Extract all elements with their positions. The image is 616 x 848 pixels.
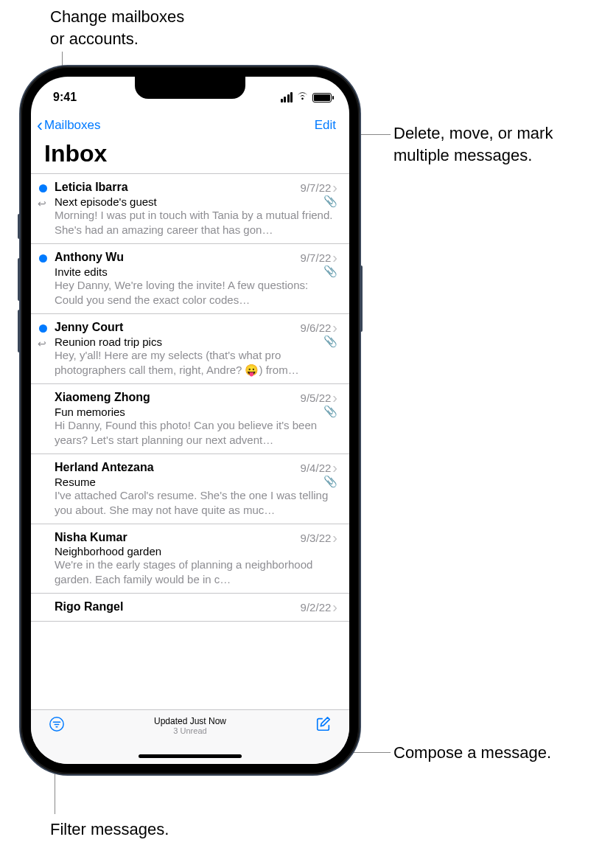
toolbar: Updated Just Now 3 Unread (31, 709, 349, 764)
mail-row[interactable]: Xiaomeng Zhong9/5/22 ›Fun memories📎Hi Da… (31, 384, 349, 454)
mail-row[interactable]: Herland Antezana9/4/22 ›Resume📎I've atta… (31, 454, 349, 524)
paperclip-icon: 📎 (323, 265, 337, 278)
unread-dot-icon (39, 184, 47, 192)
nav-bar: ‹ Mailboxes Edit (31, 111, 349, 137)
sender-label: Anthony Wu (55, 251, 124, 264)
date-label: 9/3/22 › (301, 530, 337, 545)
notch (135, 77, 245, 99)
unread-dot-icon (39, 254, 47, 263)
filter-button[interactable] (49, 716, 65, 735)
updated-label: Updated Just Now (65, 716, 315, 726)
mail-row[interactable]: Nisha Kumar9/3/22 ›Neighborhood gardenWe… (31, 524, 349, 594)
mail-row[interactable]: ↩Jenny Court9/6/22 ›Reunion road trip pi… (31, 314, 349, 384)
mail-row[interactable]: Rigo Rangel9/2/22 › (31, 594, 349, 622)
paperclip-icon: 📎 (323, 335, 337, 348)
date-label: 9/2/22 › (301, 599, 337, 614)
sender-label: Herland Antezana (55, 461, 154, 474)
phone-frame: 9:41 ‹ Mailboxes Edit Inbox ↩Leticia Iba… (21, 66, 360, 774)
battery-icon (312, 93, 332, 102)
date-label: 9/6/22 › (301, 320, 337, 335)
subject-label: Invite edits (55, 265, 108, 278)
volume-up-button (18, 258, 21, 301)
mail-row[interactable]: Anthony Wu9/7/22 ›Invite edits📎Hey Danny… (31, 244, 349, 314)
callout-filter: Filter messages. (50, 819, 169, 841)
preview-text: Hi Danny, Found this photo! Can you beli… (55, 418, 337, 447)
callout-mailboxes: Change mailboxes or accounts. (50, 6, 184, 49)
chevron-back-icon: ‹ (37, 117, 43, 134)
paperclip-icon: 📎 (323, 405, 337, 418)
preview-text: Morning! I was put in touch with Tania b… (55, 208, 337, 237)
reply-icon: ↩ (38, 198, 46, 209)
mail-list[interactable]: ↩Leticia Ibarra9/7/22 ›Next episode's gu… (31, 173, 349, 709)
sender-label: Rigo Rangel (55, 600, 123, 614)
compose-button[interactable] (315, 716, 332, 735)
chevron-right-icon: › (332, 460, 337, 475)
volume-down-button (18, 310, 21, 352)
paperclip-icon: 📎 (323, 475, 337, 488)
date-label: 9/4/22 › (301, 460, 337, 475)
page-title: Inbox (31, 137, 349, 173)
wifi-icon (296, 91, 309, 104)
sender-label: Leticia Ibarra (55, 181, 128, 194)
cellular-icon (281, 92, 293, 102)
subject-label: Neighborhood garden (55, 545, 161, 557)
unread-count: 3 Unread (65, 726, 315, 735)
screen: 9:41 ‹ Mailboxes Edit Inbox ↩Leticia Iba… (31, 77, 349, 764)
subject-label: Resume (55, 476, 96, 488)
preview-text: We're in the early stages of planning a … (55, 557, 337, 586)
chevron-right-icon: › (332, 530, 337, 545)
back-label: Mailboxes (44, 118, 101, 133)
subject-label: Next episode's guest (55, 195, 157, 208)
chevron-right-icon: › (332, 180, 337, 195)
callout-compose: Compose a message. (393, 742, 551, 764)
toolbar-status: Updated Just Now 3 Unread (65, 716, 315, 735)
sender-label: Xiaomeng Zhong (55, 391, 150, 404)
status-icons (281, 91, 332, 104)
chevron-right-icon: › (332, 599, 337, 614)
date-label: 9/7/22 › (301, 180, 337, 195)
preview-text: I've attached Carol's resume. She's the … (55, 488, 337, 517)
sender-label: Jenny Court (55, 321, 123, 334)
preview-text: Hey Danny, We're loving the invite! A fe… (55, 278, 337, 307)
unread-dot-icon (39, 324, 47, 333)
mail-row[interactable]: ↩Leticia Ibarra9/7/22 ›Next episode's gu… (31, 174, 349, 244)
reply-icon: ↩ (38, 338, 46, 350)
mailboxes-back-button[interactable]: ‹ Mailboxes (37, 117, 101, 134)
paperclip-icon: 📎 (323, 195, 337, 208)
chevron-right-icon: › (332, 320, 337, 335)
subject-label: Reunion road trip pics (55, 336, 162, 348)
preview-text: Hey, y'all! Here are my selects (that's … (55, 348, 337, 377)
chevron-right-icon: › (332, 390, 337, 405)
date-label: 9/5/22 › (301, 390, 337, 405)
chevron-right-icon: › (332, 250, 337, 265)
side-button (360, 265, 363, 332)
edit-button[interactable]: Edit (315, 118, 336, 133)
callout-edit: Delete, move, or mark multiple messages. (393, 122, 553, 166)
subject-label: Fun memories (55, 406, 125, 418)
sender-label: Nisha Kumar (55, 531, 127, 544)
home-indicator[interactable] (139, 754, 242, 758)
silent-switch (18, 214, 21, 239)
date-label: 9/7/22 › (301, 250, 337, 265)
status-time: 9:41 (53, 91, 77, 104)
